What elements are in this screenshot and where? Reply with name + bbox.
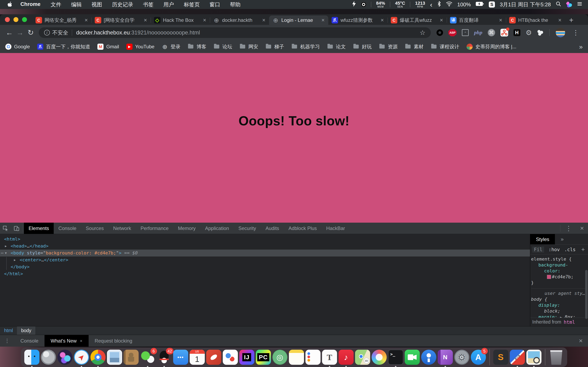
devtools-tab-sources[interactable]: Sources: [81, 223, 108, 234]
devtools-tab-security[interactable]: Security: [234, 223, 261, 234]
ring-app-icon[interactable]: [361, 2, 366, 7]
devtools-tab-performance[interactable]: Performance: [136, 223, 173, 234]
dock-item-safari[interactable]: ➤: [74, 350, 89, 365]
hackbar-extension-icon[interactable]: H: [513, 29, 520, 36]
tab-close-icon[interactable]: ×: [439, 17, 443, 24]
dock-item-onenote[interactable]: N: [438, 350, 453, 365]
color-swatch[interactable]: [547, 275, 551, 279]
styles-scrollbar[interactable]: [585, 270, 588, 319]
dock-item-sysprefs[interactable]: ⚙: [454, 350, 469, 365]
dock-item-chrome[interactable]: [90, 350, 105, 365]
temperature-status[interactable]: 45°C SEN: [395, 1, 405, 8]
expand-arrow-icon[interactable]: ▶: [5, 243, 7, 250]
forward-button[interactable]: →: [15, 29, 25, 36]
new-style-rule-button[interactable]: +: [581, 246, 585, 253]
dock-item-crossover[interactable]: ⤢: [510, 350, 525, 365]
command-extension-icon[interactable]: ⌘: [488, 29, 495, 36]
menu-item[interactable]: 视图: [86, 1, 107, 8]
bookmark-item[interactable]: 机器学习: [291, 43, 320, 50]
device-toolbar-icon[interactable]: [11, 225, 22, 231]
dock-item-qq[interactable]: 42: [156, 350, 172, 365]
expand-arrow-icon[interactable]: ▶: [14, 257, 16, 263]
dock-item-notes[interactable]: [289, 350, 304, 365]
back-button[interactable]: ←: [4, 29, 15, 36]
dock-item-netease[interactable]: ♪: [338, 350, 354, 365]
dom-tree-row[interactable]: </body>: [0, 263, 530, 270]
dock-item-wechat[interactable]: 6: [140, 350, 155, 365]
new-tab-button[interactable]: +: [565, 16, 577, 25]
devtools-tab-application[interactable]: Application: [200, 223, 233, 234]
menu-item[interactable]: Chrome: [15, 1, 46, 8]
proxy-switch-icon[interactable]: [501, 29, 508, 36]
menu-item[interactable]: 用户: [158, 1, 179, 8]
bookmark-item[interactable]: 百度一下，你就知道: [37, 43, 90, 50]
browser-tab[interactable]: 爆破工具wfuzz×: [388, 16, 447, 25]
dock-item-contacts[interactable]: [123, 350, 139, 365]
dots-extension-icon[interactable]: [537, 30, 543, 36]
dock-item-launchpad[interactable]: [41, 350, 56, 365]
url-text[interactable]: docker.hackthebox.eu:31921/noooooooooope…: [76, 30, 200, 36]
close-drawer-tab-icon[interactable]: ×: [80, 338, 82, 343]
minimize-window-button[interactable]: [13, 17, 18, 22]
styles-filter-input[interactable]: Fil: [532, 247, 544, 253]
tab-close-icon[interactable]: ×: [203, 17, 207, 24]
expand-arrow-icon[interactable]: ▼: [5, 250, 7, 257]
bookmark-item[interactable]: 资源: [379, 43, 398, 50]
drawer-tab-console[interactable]: Console: [14, 335, 44, 347]
browser-tab[interactable]: wfuzz猜测参数×: [328, 16, 388, 25]
bookmark-item[interactable]: 素材: [405, 43, 424, 50]
dom-tree-row[interactable]: ⋯▼<body style="background-color: #cd4e7b…: [0, 250, 530, 257]
dom-tree-row[interactable]: </html>: [0, 270, 530, 277]
page-info-icon[interactable]: i: [44, 30, 50, 35]
browser-tab[interactable]: [网络安全自学×: [91, 16, 151, 25]
devtools-tab-console[interactable]: Console: [54, 223, 81, 234]
dock-item-messages[interactable]: •••: [173, 350, 188, 365]
dock-item-finder[interactable]: [24, 350, 39, 365]
dock-item-intellij[interactable]: IJ: [239, 350, 254, 365]
dom-tree-row[interactable]: <html>: [0, 236, 530, 243]
bookmark-item[interactable]: 课程设计: [431, 43, 459, 50]
php-extension-icon[interactable]: php: [474, 30, 482, 36]
screenshot-extension-icon[interactable]: ⌃: [462, 29, 469, 36]
fan-rpm-status[interactable]: 1213 RPM: [415, 1, 425, 8]
tab-close-icon[interactable]: ×: [380, 17, 384, 24]
dock-item-terminal[interactable]: >_: [388, 350, 403, 365]
dock-item-trash[interactable]: [549, 350, 564, 365]
dock-item-mail[interactable]: [107, 350, 122, 365]
bookmark-item[interactable]: YouTube: [126, 44, 154, 50]
devtools-tab-elements[interactable]: Elements: [24, 223, 54, 234]
security-label[interactable]: 不安全: [52, 29, 68, 36]
tab-close-icon[interactable]: ×: [499, 17, 503, 24]
menu-item[interactable]: 历史记录: [107, 1, 138, 8]
browser-tab[interactable]: Hack The Box×: [151, 16, 210, 25]
devtools-tab-network[interactable]: Network: [108, 223, 136, 234]
dock-item-pycharm[interactable]: PC: [256, 350, 271, 365]
devtools-kebab-icon[interactable]: ⋮: [561, 225, 576, 232]
menu-bar-clock[interactable]: 3月1日 周日 下午5:28: [500, 1, 551, 8]
devtools-close-icon[interactable]: ×: [576, 225, 588, 232]
menu-item[interactable]: 标签页: [179, 1, 205, 8]
tab-close-icon[interactable]: ×: [558, 17, 562, 24]
dom-tree-row[interactable]: ▶<center>…</center>: [0, 257, 530, 263]
spotlight-search-icon[interactable]: [556, 1, 561, 8]
dom-tree-row[interactable]: ▶<head>…</head>: [0, 243, 530, 250]
bookmark-item[interactable]: 登录: [162, 43, 180, 50]
toggle-hover-state[interactable]: :hov: [549, 247, 560, 252]
drawer-kebab-icon[interactable]: ⋮: [0, 335, 14, 347]
menu-item[interactable]: 编辑: [66, 1, 86, 8]
dock-item-keyhole[interactable]: [421, 350, 436, 365]
dock-item-reminders[interactable]: [305, 350, 320, 365]
bookmark-item[interactable]: 论文: [327, 43, 346, 50]
shadowsocks-icon[interactable]: S: [489, 1, 495, 8]
menu-item[interactable]: 书签: [138, 1, 158, 8]
browser-tab[interactable]: Login - Lernae×: [269, 16, 328, 25]
omnibox[interactable]: i 不安全 docker.hackthebox.eu:31921/noooooo…: [39, 27, 431, 38]
browser-tab[interactable]: docker.hackth×: [210, 16, 269, 25]
tab-close-icon[interactable]: ×: [321, 17, 325, 24]
devtools-tab-hackbar[interactable]: HackBar: [321, 223, 350, 234]
menu-item[interactable]: 帮助: [225, 1, 245, 8]
row-actions-dots[interactable]: ⋯: [1, 250, 3, 257]
drawer-tab-whats-new[interactable]: What's New×: [44, 335, 89, 347]
wifi-icon[interactable]: [446, 1, 452, 8]
extension-ring-icon[interactable]: [437, 29, 443, 36]
